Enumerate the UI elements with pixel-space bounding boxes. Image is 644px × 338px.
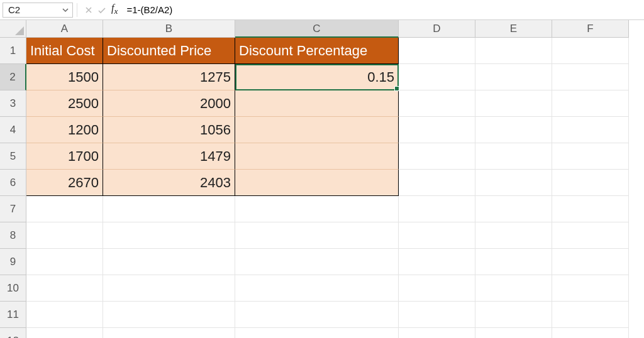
cancel-icon[interactable] [85, 6, 92, 14]
cell-C3[interactable] [235, 90, 399, 117]
cell-D9[interactable] [399, 249, 475, 275]
cell-B8[interactable] [103, 222, 235, 249]
cell-B5[interactable]: 1479 [103, 143, 235, 170]
cell-D5[interactable] [399, 143, 475, 170]
cell-D12[interactable] [399, 328, 475, 338]
row-header-2[interactable]: 2 [0, 64, 26, 90]
cell-E4[interactable] [475, 117, 552, 143]
cell-F8[interactable] [552, 222, 629, 249]
cell-D2[interactable] [399, 64, 475, 90]
cell-C1[interactable]: Discount Percentage [235, 38, 399, 64]
cell-B3[interactable]: 2000 [103, 90, 235, 117]
separator [77, 3, 77, 17]
cell-D7[interactable] [399, 196, 475, 222]
cell-A8[interactable] [26, 222, 103, 249]
col-header-D[interactable]: D [399, 20, 475, 38]
name-box[interactable]: C2 [3, 3, 73, 18]
cell-F3[interactable] [552, 90, 629, 117]
cell-E12[interactable] [475, 328, 552, 338]
row-header-11[interactable]: 11 [0, 302, 26, 328]
row-header-5[interactable]: 5 [0, 143, 26, 170]
cell-E3[interactable] [475, 90, 552, 117]
cell-D4[interactable] [399, 117, 475, 143]
cell-C9[interactable] [235, 249, 399, 275]
cell-C11[interactable] [235, 302, 399, 328]
cell-E5[interactable] [475, 143, 552, 170]
cell-D8[interactable] [399, 222, 475, 249]
row-header-7[interactable]: 7 [0, 196, 26, 222]
enter-icon[interactable] [97, 6, 106, 14]
spreadsheet-grid[interactable]: A B C D E F 1 Initial Cost Discounted Pr… [0, 20, 644, 338]
cell-C6[interactable] [235, 170, 399, 196]
row-header-12[interactable]: 12 [0, 328, 26, 338]
cell-C7[interactable] [235, 196, 399, 222]
cell-B11[interactable] [103, 302, 235, 328]
cell-B6[interactable]: 2403 [103, 170, 235, 196]
cell-B9[interactable] [103, 249, 235, 275]
cell-D11[interactable] [399, 302, 475, 328]
row-header-3[interactable]: 3 [0, 90, 26, 117]
cell-D1[interactable] [399, 38, 475, 64]
cell-E7[interactable] [475, 196, 552, 222]
row-header-8[interactable]: 8 [0, 222, 26, 249]
cell-A5[interactable]: 1700 [26, 143, 103, 170]
cell-B4[interactable]: 1056 [103, 117, 235, 143]
cell-A9[interactable] [26, 249, 103, 275]
cell-F12[interactable] [552, 328, 629, 338]
cell-D6[interactable] [399, 170, 475, 196]
cell-F7[interactable] [552, 196, 629, 222]
name-box-value: C2 [8, 4, 20, 15]
formula-bar-buttons: fx [81, 3, 121, 16]
row-header-6[interactable]: 6 [0, 170, 26, 196]
cell-F4[interactable] [552, 117, 629, 143]
cell-E2[interactable] [475, 64, 552, 90]
cell-A11[interactable] [26, 302, 103, 328]
formula-input[interactable] [121, 3, 641, 18]
cell-A6[interactable]: 2670 [26, 170, 103, 196]
cell-A1[interactable]: Initial Cost [26, 38, 103, 64]
row-header-1[interactable]: 1 [0, 38, 26, 64]
cell-F2[interactable] [552, 64, 629, 90]
row-header-10[interactable]: 10 [0, 275, 26, 302]
cell-A4[interactable]: 1200 [26, 117, 103, 143]
cell-F6[interactable] [552, 170, 629, 196]
col-header-A[interactable]: A [26, 20, 103, 38]
cell-B12[interactable] [103, 328, 235, 338]
cell-A12[interactable] [26, 328, 103, 338]
cell-D3[interactable] [399, 90, 475, 117]
cell-A2[interactable]: 1500 [26, 64, 103, 90]
cell-A10[interactable] [26, 275, 103, 302]
cell-B10[interactable] [103, 275, 235, 302]
cell-B1[interactable]: Discounted Price [103, 38, 235, 64]
cell-E10[interactable] [475, 275, 552, 302]
cell-C10[interactable] [235, 275, 399, 302]
select-all-corner[interactable] [0, 20, 26, 38]
row-header-4[interactable]: 4 [0, 117, 26, 143]
col-header-F[interactable]: F [552, 20, 629, 38]
cell-C4[interactable] [235, 117, 399, 143]
cell-E11[interactable] [475, 302, 552, 328]
cell-E6[interactable] [475, 170, 552, 196]
cell-C12[interactable] [235, 328, 399, 338]
cell-F5[interactable] [552, 143, 629, 170]
cell-A7[interactable] [26, 196, 103, 222]
row-header-9[interactable]: 9 [0, 249, 26, 275]
cell-E8[interactable] [475, 222, 552, 249]
cell-F10[interactable] [552, 275, 629, 302]
cell-A3[interactable]: 2500 [26, 90, 103, 117]
col-header-E[interactable]: E [475, 20, 552, 38]
cell-D10[interactable] [399, 275, 475, 302]
cell-C5[interactable] [235, 143, 399, 170]
col-header-B[interactable]: B [103, 20, 235, 38]
cell-C2[interactable]: 0.15 [235, 64, 399, 90]
cell-F11[interactable] [552, 302, 629, 328]
cell-F1[interactable] [552, 38, 629, 64]
fx-icon[interactable]: fx [111, 3, 118, 16]
col-header-C[interactable]: C [235, 20, 399, 38]
cell-E1[interactable] [475, 38, 552, 64]
cell-F9[interactable] [552, 249, 629, 275]
cell-B7[interactable] [103, 196, 235, 222]
cell-C8[interactable] [235, 222, 399, 249]
cell-E9[interactable] [475, 249, 552, 275]
cell-B2[interactable]: 1275 [103, 64, 235, 90]
